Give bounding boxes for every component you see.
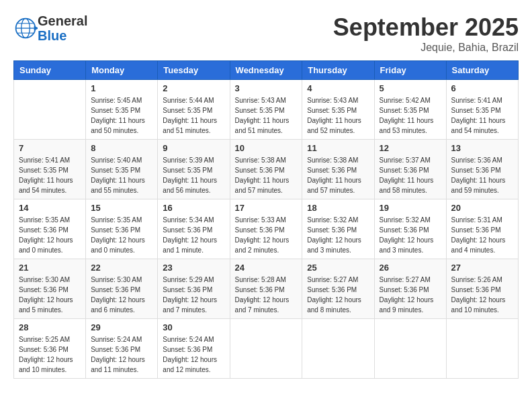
day-info: Sunrise: 5:24 AM Sunset: 5:36 PM Dayligh…	[163, 334, 224, 375]
globe-icon	[13, 16, 38, 40]
column-header-saturday: Saturday	[446, 61, 518, 80]
calendar-cell: 10Sunrise: 5:38 AM Sunset: 5:36 PM Dayli…	[230, 140, 302, 199]
month-title: September 2025	[333, 13, 519, 42]
day-info: Sunrise: 5:28 AM Sunset: 5:36 PM Dayligh…	[235, 275, 298, 315]
calendar-week-4: 21Sunrise: 5:30 AM Sunset: 5:36 PM Dayli…	[14, 259, 519, 319]
day-info: Sunrise: 5:38 AM Sunset: 5:36 PM Dayligh…	[235, 155, 298, 195]
calendar-cell: 19Sunrise: 5:32 AM Sunset: 5:36 PM Dayli…	[374, 199, 446, 259]
calendar-cell: 1Sunrise: 5:45 AM Sunset: 5:35 PM Daylig…	[86, 80, 158, 140]
day-number: 30	[163, 322, 224, 332]
calendar-cell: 5Sunrise: 5:42 AM Sunset: 5:35 PM Daylig…	[374, 80, 446, 140]
calendar-week-1: 1Sunrise: 5:45 AM Sunset: 5:35 PM Daylig…	[14, 80, 519, 140]
day-number: 16	[163, 203, 224, 213]
day-info: Sunrise: 5:27 AM Sunset: 5:36 PM Dayligh…	[380, 275, 441, 315]
column-header-thursday: Thursday	[302, 61, 374, 80]
calendar-cell: 6Sunrise: 5:41 AM Sunset: 5:35 PM Daylig…	[446, 80, 518, 140]
title-section: September 2025 Jequie, Bahia, Brazil	[333, 13, 519, 54]
calendar-cell: 22Sunrise: 5:30 AM Sunset: 5:36 PM Dayli…	[86, 259, 158, 319]
day-number: 24	[235, 263, 298, 273]
day-info: Sunrise: 5:26 AM Sunset: 5:36 PM Dayligh…	[451, 275, 513, 315]
day-number: 18	[307, 203, 369, 213]
calendar-cell: 3Sunrise: 5:43 AM Sunset: 5:35 PM Daylig…	[230, 80, 302, 140]
day-number: 12	[380, 143, 441, 153]
calendar-cell: 17Sunrise: 5:33 AM Sunset: 5:36 PM Dayli…	[230, 199, 302, 259]
day-info: Sunrise: 5:30 AM Sunset: 5:36 PM Dayligh…	[91, 275, 152, 315]
day-number: 19	[380, 203, 441, 213]
day-number: 4	[307, 83, 369, 93]
day-number: 2	[163, 83, 224, 93]
day-number: 11	[307, 143, 369, 153]
day-number: 26	[380, 263, 441, 273]
day-number: 25	[307, 263, 369, 273]
calendar-cell: 18Sunrise: 5:32 AM Sunset: 5:36 PM Dayli…	[302, 199, 374, 259]
day-number: 15	[91, 203, 152, 213]
day-number: 10	[235, 143, 298, 153]
day-number: 9	[163, 143, 224, 153]
day-info: Sunrise: 5:37 AM Sunset: 5:36 PM Dayligh…	[380, 155, 441, 195]
day-number: 7	[19, 143, 81, 153]
day-info: Sunrise: 5:38 AM Sunset: 5:36 PM Dayligh…	[307, 155, 369, 195]
column-header-tuesday: Tuesday	[158, 61, 230, 80]
calendar-cell: 13Sunrise: 5:36 AM Sunset: 5:36 PM Dayli…	[446, 140, 518, 199]
day-info: Sunrise: 5:43 AM Sunset: 5:35 PM Dayligh…	[235, 95, 298, 136]
day-info: Sunrise: 5:39 AM Sunset: 5:35 PM Dayligh…	[163, 155, 224, 195]
day-number: 20	[451, 203, 513, 213]
logo: General Blue	[13, 13, 87, 43]
day-info: Sunrise: 5:34 AM Sunset: 5:36 PM Dayligh…	[163, 215, 224, 255]
column-header-monday: Monday	[86, 61, 158, 80]
day-info: Sunrise: 5:31 AM Sunset: 5:36 PM Dayligh…	[451, 215, 513, 255]
day-number: 8	[91, 143, 152, 153]
calendar-cell: 2Sunrise: 5:44 AM Sunset: 5:35 PM Daylig…	[158, 80, 230, 140]
day-info: Sunrise: 5:29 AM Sunset: 5:36 PM Dayligh…	[163, 275, 224, 315]
column-header-friday: Friday	[374, 61, 446, 80]
day-info: Sunrise: 5:32 AM Sunset: 5:36 PM Dayligh…	[307, 215, 369, 255]
calendar-cell	[446, 319, 518, 379]
calendar-cell: 7Sunrise: 5:41 AM Sunset: 5:35 PM Daylig…	[14, 140, 86, 199]
day-number: 1	[91, 83, 152, 93]
page-header: General Blue September 2025 Jequie, Bahi…	[13, 13, 519, 54]
day-info: Sunrise: 5:41 AM Sunset: 5:35 PM Dayligh…	[19, 155, 81, 195]
calendar-cell: 28Sunrise: 5:25 AM Sunset: 5:36 PM Dayli…	[14, 319, 86, 379]
calendar-week-5: 28Sunrise: 5:25 AM Sunset: 5:36 PM Dayli…	[14, 319, 519, 379]
location-text: Jequie, Bahia, Brazil	[333, 42, 519, 54]
day-info: Sunrise: 5:32 AM Sunset: 5:36 PM Dayligh…	[380, 215, 441, 255]
calendar-cell: 30Sunrise: 5:24 AM Sunset: 5:36 PM Dayli…	[158, 319, 230, 379]
day-number: 5	[380, 83, 441, 93]
calendar-cell: 24Sunrise: 5:28 AM Sunset: 5:36 PM Dayli…	[230, 259, 302, 319]
calendar-cell: 11Sunrise: 5:38 AM Sunset: 5:36 PM Dayli…	[302, 140, 374, 199]
day-info: Sunrise: 5:36 AM Sunset: 5:36 PM Dayligh…	[451, 155, 513, 195]
day-number: 3	[235, 83, 298, 93]
calendar-week-3: 14Sunrise: 5:35 AM Sunset: 5:36 PM Dayli…	[14, 199, 519, 259]
logo-general-text: General	[38, 13, 87, 28]
day-info: Sunrise: 5:44 AM Sunset: 5:35 PM Dayligh…	[163, 95, 224, 136]
calendar-cell: 26Sunrise: 5:27 AM Sunset: 5:36 PM Dayli…	[374, 259, 446, 319]
day-info: Sunrise: 5:30 AM Sunset: 5:36 PM Dayligh…	[19, 275, 81, 315]
day-info: Sunrise: 5:24 AM Sunset: 5:36 PM Dayligh…	[91, 334, 152, 375]
calendar-cell: 15Sunrise: 5:35 AM Sunset: 5:36 PM Dayli…	[86, 199, 158, 259]
day-number: 22	[91, 263, 152, 273]
calendar-cell	[302, 319, 374, 379]
column-header-sunday: Sunday	[14, 61, 86, 80]
calendar-cell	[230, 319, 302, 379]
day-number: 17	[235, 203, 298, 213]
calendar-cell: 16Sunrise: 5:34 AM Sunset: 5:36 PM Dayli…	[158, 199, 230, 259]
calendar-week-2: 7Sunrise: 5:41 AM Sunset: 5:35 PM Daylig…	[14, 140, 519, 199]
calendar-cell: 8Sunrise: 5:40 AM Sunset: 5:35 PM Daylig…	[86, 140, 158, 199]
day-info: Sunrise: 5:27 AM Sunset: 5:36 PM Dayligh…	[307, 275, 369, 315]
logo-blue-text: Blue	[38, 28, 87, 43]
day-info: Sunrise: 5:35 AM Sunset: 5:36 PM Dayligh…	[19, 215, 81, 255]
calendar-cell	[374, 319, 446, 379]
column-header-wednesday: Wednesday	[230, 61, 302, 80]
day-info: Sunrise: 5:42 AM Sunset: 5:35 PM Dayligh…	[380, 95, 441, 136]
day-number: 28	[19, 322, 81, 332]
day-number: 6	[451, 83, 513, 93]
calendar-cell: 25Sunrise: 5:27 AM Sunset: 5:36 PM Dayli…	[302, 259, 374, 319]
day-number: 29	[91, 322, 152, 332]
calendar-cell	[14, 80, 86, 140]
calendar-cell: 27Sunrise: 5:26 AM Sunset: 5:36 PM Dayli…	[446, 259, 518, 319]
calendar-cell: 23Sunrise: 5:29 AM Sunset: 5:36 PM Dayli…	[158, 259, 230, 319]
calendar-cell: 9Sunrise: 5:39 AM Sunset: 5:35 PM Daylig…	[158, 140, 230, 199]
day-info: Sunrise: 5:40 AM Sunset: 5:35 PM Dayligh…	[91, 155, 152, 195]
day-info: Sunrise: 5:33 AM Sunset: 5:36 PM Dayligh…	[235, 215, 298, 255]
day-number: 13	[451, 143, 513, 153]
